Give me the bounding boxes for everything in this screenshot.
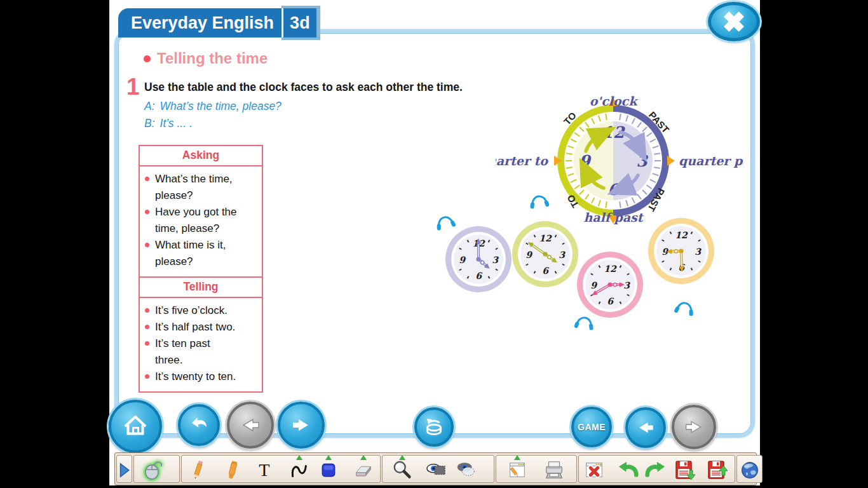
page-next-button[interactable] — [278, 402, 325, 449]
save-disk-down-icon — [674, 459, 696, 482]
dialogue-line-b: B:It’s ... . — [144, 115, 281, 132]
mouse-icon — [142, 459, 165, 482]
clock-ten-to-five: 12369 — [512, 221, 578, 287]
select-tool-button[interactable] — [140, 457, 166, 484]
eye-spotlight-icon — [455, 459, 478, 481]
tools-toolbar: T — [114, 452, 757, 485]
arrow-right-icon — [682, 415, 706, 439]
headphones-icon[interactable] — [674, 301, 695, 317]
reset-page-button[interactable] — [414, 407, 454, 447]
close-button[interactable] — [708, 2, 760, 41]
list-item: Have you got the time, please? — [145, 204, 259, 237]
label-quarter-to: quarter to — [496, 154, 548, 168]
undo-button[interactable] — [616, 457, 642, 484]
svg-text:9: 9 — [590, 280, 597, 290]
text-tool-button[interactable]: T — [251, 457, 278, 484]
pencil-tool-button[interactable] — [184, 457, 211, 484]
svg-text:3: 3 — [559, 250, 566, 260]
svg-text:6: 6 — [607, 296, 614, 306]
svg-text:9: 9 — [579, 152, 592, 170]
svg-text:6: 6 — [542, 266, 549, 276]
exercise-number: 1 — [126, 74, 140, 100]
eye-mask-icon — [426, 459, 449, 481]
list-item: It’s half past two. — [145, 319, 259, 336]
svg-text:3: 3 — [695, 247, 702, 257]
game-button-label: GAME — [578, 422, 606, 432]
printer-icon — [543, 459, 566, 481]
zoom-tool-button[interactable] — [389, 457, 416, 484]
curve-tool-button[interactable] — [286, 457, 313, 484]
toolbar-collapse-button[interactable] — [111, 457, 137, 484]
collapse-triangle-icon — [115, 461, 133, 480]
bullet-icon — [145, 204, 155, 237]
eraser-tool-button[interactable] — [350, 457, 377, 484]
arrow-left-icon — [238, 412, 263, 438]
practice-clocks: 12369 12369 12369 — [432, 191, 743, 346]
module-badge: 3d — [281, 6, 320, 40]
redo-button[interactable] — [641, 457, 668, 484]
close-icon — [720, 8, 748, 36]
list-item: It’s five o’clock. — [145, 302, 259, 319]
page-previous-button[interactable] — [227, 402, 274, 449]
marker-tool-button[interactable] — [219, 457, 246, 484]
svg-text:6: 6 — [475, 271, 482, 281]
svg-text:3: 3 — [492, 255, 499, 265]
svg-text:9: 9 — [526, 250, 532, 260]
table-header-telling: Telling — [140, 276, 262, 298]
headphones-icon[interactable] — [435, 215, 457, 231]
label-quarter-past: quarter past — [679, 154, 743, 168]
shape-tool-button[interactable] — [315, 457, 342, 484]
home-icon — [121, 412, 150, 441]
module-code: 3d — [281, 8, 316, 37]
nav-back-button[interactable] — [625, 407, 666, 448]
dropdown-triangle-icon — [325, 455, 332, 460]
svg-text:3: 3 — [623, 280, 630, 290]
dropdown-triangle-icon — [399, 455, 405, 460]
bullet-icon — [145, 319, 155, 336]
dropdown-triangle-icon — [360, 455, 367, 460]
web-resources-button[interactable] — [736, 457, 763, 484]
bullet-icon — [145, 336, 155, 369]
close-page-icon — [583, 459, 606, 481]
nav-forward-button[interactable] — [672, 405, 716, 449]
list-item: It’s twenty to ten. — [145, 369, 259, 385]
undo-action-button[interactable] — [178, 404, 220, 446]
notes-window-icon — [506, 459, 529, 481]
bullet-icon — [144, 55, 151, 62]
load-annotations-button[interactable] — [704, 457, 731, 484]
print-button[interactable] — [541, 457, 567, 484]
undo-swirl-icon — [187, 413, 211, 437]
text-tool-icon: T — [254, 459, 275, 482]
home-button[interactable] — [109, 400, 162, 453]
game-button[interactable]: GAME — [571, 407, 612, 447]
dropdown-triangle-icon — [514, 455, 520, 460]
reveal-mask-tool-button[interactable] — [424, 457, 451, 484]
clock-half-past-nine: 12369 — [648, 218, 714, 284]
svg-text:12: 12 — [604, 264, 617, 274]
bullet-icon — [145, 171, 155, 204]
app-window: Everyday English 3d Telling the time 1 U… — [109, 0, 761, 485]
reset-icon — [422, 415, 446, 439]
shape-square-icon — [318, 460, 339, 480]
list-item: What time is it, please? — [145, 237, 259, 270]
marker-icon — [222, 459, 243, 482]
header-tab: Everyday English 3d — [118, 5, 320, 40]
table-header-asking: Asking — [140, 146, 262, 166]
magnifier-icon — [391, 459, 413, 481]
pencil-icon — [187, 459, 208, 482]
bullet-icon — [145, 369, 155, 385]
save-disk-up-icon — [706, 459, 729, 482]
headphones-icon[interactable] — [529, 195, 550, 210]
svg-text:9: 9 — [459, 255, 466, 265]
svg-text:T: T — [259, 460, 269, 480]
undo-arrow-icon — [618, 459, 640, 481]
spotlight-tool-button[interactable] — [453, 457, 480, 484]
headphones-icon[interactable] — [574, 316, 595, 331]
notes-tool-button[interactable] — [504, 457, 531, 484]
svg-text:3: 3 — [636, 152, 649, 170]
redo-arrow-icon — [644, 459, 665, 481]
close-page-button[interactable] — [581, 457, 607, 484]
svg-text:12: 12 — [675, 230, 688, 240]
list-item: What’s the time, please? — [145, 171, 259, 204]
save-annotations-button[interactable] — [672, 457, 698, 484]
